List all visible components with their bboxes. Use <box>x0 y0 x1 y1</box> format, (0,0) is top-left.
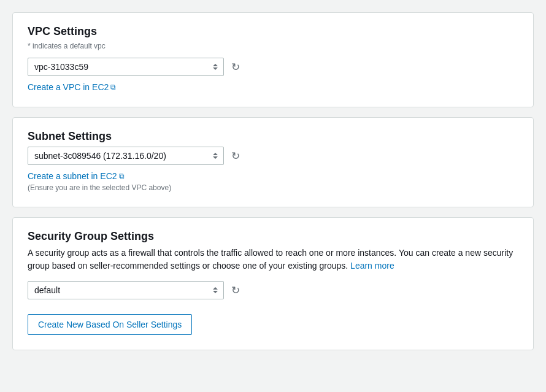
subnet-refresh-icon: ↻ <box>231 150 240 163</box>
security-group-settings-section: Security Group Settings A security group… <box>12 217 534 350</box>
vpc-select[interactable]: vpc-31033c59 <box>28 58 224 76</box>
subnet-create-link-text: Create a subnet in EC2 <box>28 171 117 181</box>
security-section-title: Security Group Settings <box>28 230 518 243</box>
subnet-select-row: subnet-3c089546 (172.31.16.0/20) ↻ <box>28 147 518 165</box>
security-refresh-button[interactable]: ↻ <box>230 283 241 298</box>
subnet-settings-section: Subnet Settings subnet-3c089546 (172.31.… <box>12 117 534 207</box>
vpc-create-link[interactable]: Create a VPC in EC2 ⧉ <box>28 82 116 92</box>
security-learn-more-link[interactable]: Learn more <box>350 261 394 271</box>
vpc-create-link-text: Create a VPC in EC2 <box>28 82 109 92</box>
create-seller-settings-label: Create New Based On Seller Settings <box>38 320 182 329</box>
vpc-hint-text: * indicates a default vpc <box>28 42 518 50</box>
security-refresh-icon: ↻ <box>231 284 240 297</box>
subnet-create-link[interactable]: Create a subnet in EC2 ⧉ <box>28 171 125 181</box>
vpc-external-link-icon: ⧉ <box>110 83 116 91</box>
create-seller-settings-button[interactable]: Create New Based On Seller Settings <box>28 314 192 335</box>
security-select-row: default ↻ <box>28 281 518 299</box>
security-description-text: A security group acts as a firewall that… <box>28 248 513 271</box>
vpc-refresh-button[interactable]: ↻ <box>230 60 241 75</box>
security-group-select[interactable]: default <box>28 281 224 299</box>
security-learn-more-text: Learn more <box>350 261 394 271</box>
subnet-section-title: Subnet Settings <box>28 130 518 143</box>
vpc-select-row: vpc-31033c59 ↻ <box>28 58 518 76</box>
vpc-refresh-icon: ↻ <box>231 61 240 74</box>
subnet-external-link-icon: ⧉ <box>119 172 125 180</box>
security-description: A security group acts as a firewall that… <box>28 247 518 272</box>
subnet-sub-hint: (Ensure you are in the selected VPC abov… <box>28 183 518 192</box>
vpc-settings-section: VPC Settings * indicates a default vpc v… <box>12 12 534 107</box>
subnet-refresh-button[interactable]: ↻ <box>230 148 241 164</box>
vpc-section-title: VPC Settings <box>28 25 518 38</box>
subnet-select[interactable]: subnet-3c089546 (172.31.16.0/20) <box>28 147 224 165</box>
